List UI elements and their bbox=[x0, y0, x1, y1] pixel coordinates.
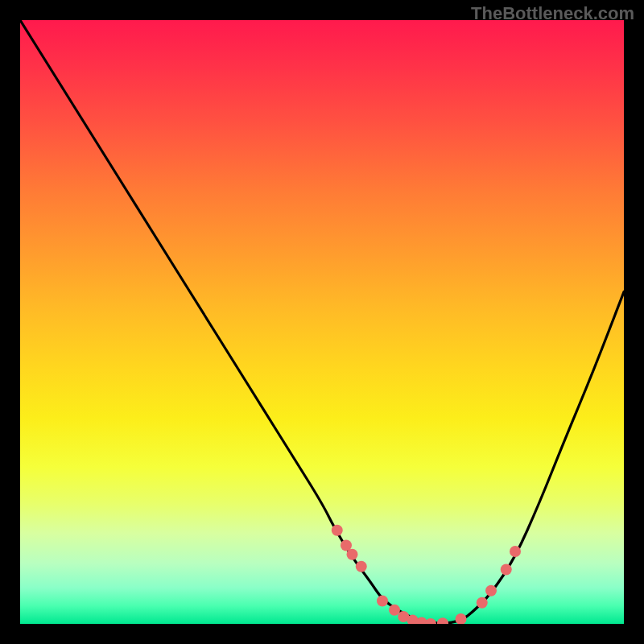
data-marker bbox=[510, 546, 521, 557]
data-marker bbox=[347, 549, 358, 560]
curve-svg bbox=[20, 20, 624, 624]
watermark-text: TheBottleneck.com bbox=[471, 3, 634, 24]
data-marker bbox=[377, 596, 388, 607]
bottleneck-curve bbox=[20, 20, 624, 623]
data-marker bbox=[332, 525, 343, 536]
data-marker bbox=[456, 613, 467, 624]
data-marker bbox=[477, 597, 488, 609]
data-marker bbox=[501, 564, 512, 576]
data-marker bbox=[389, 605, 400, 616]
data-marker bbox=[425, 618, 436, 624]
data-marker bbox=[437, 617, 448, 624]
marker-group bbox=[332, 525, 521, 624]
chart-container: TheBottleneck.com bbox=[0, 0, 644, 644]
plot-area bbox=[20, 20, 624, 624]
data-marker bbox=[485, 585, 497, 597]
data-marker bbox=[356, 561, 367, 572]
